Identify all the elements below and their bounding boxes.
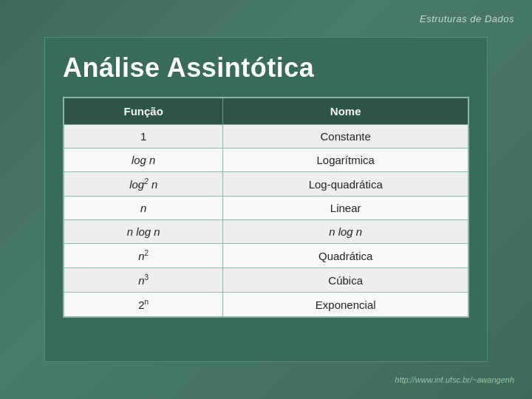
cell-nome: Cúbica <box>223 268 468 293</box>
table-row: n log nn log n <box>64 220 468 244</box>
col-header-nome: Nome <box>223 98 468 125</box>
main-container: Análise Assintótica Função Nome 1Constan… <box>44 37 488 362</box>
cell-funcao: n3 <box>64 268 223 293</box>
cell-nome: Logarítmica <box>223 149 468 172</box>
cell-nome: Exponencial <box>223 293 468 318</box>
table-row: 2nExponencial <box>64 293 468 318</box>
data-table: Função Nome 1Constantelog nLogarítmicalo… <box>63 97 469 318</box>
table-row: log2 nLog-quadrática <box>64 172 468 197</box>
top-label: Estruturas de Dados <box>420 13 514 24</box>
cell-nome: Linear <box>223 197 468 220</box>
cell-funcao: n <box>64 197 223 220</box>
cell-funcao: 2n <box>64 293 223 318</box>
cell-nome: Log-quadrática <box>223 172 468 197</box>
cell-nome: Quadrática <box>223 244 468 268</box>
col-header-funcao: Função <box>64 98 223 125</box>
table-row: log nLogarítmica <box>64 149 468 172</box>
cell-funcao: 1 <box>64 125 223 149</box>
cell-funcao: n2 <box>64 244 223 268</box>
table-header-row: Função Nome <box>64 98 468 125</box>
footer-url: http://www.inf.ufsc.br/~awangenh <box>395 375 514 384</box>
cell-nome: n log n <box>223 220 468 244</box>
cell-funcao: log n <box>64 149 223 172</box>
cell-nome: Constante <box>223 125 468 149</box>
page-title: Análise Assintótica <box>63 52 469 83</box>
cell-funcao: n log n <box>64 220 223 244</box>
table-row: 1Constante <box>64 125 468 149</box>
table-row: nLinear <box>64 197 468 220</box>
cell-funcao: log2 n <box>64 172 223 197</box>
table-row: n3Cúbica <box>64 268 468 293</box>
table-row: n2Quadrática <box>64 244 468 268</box>
